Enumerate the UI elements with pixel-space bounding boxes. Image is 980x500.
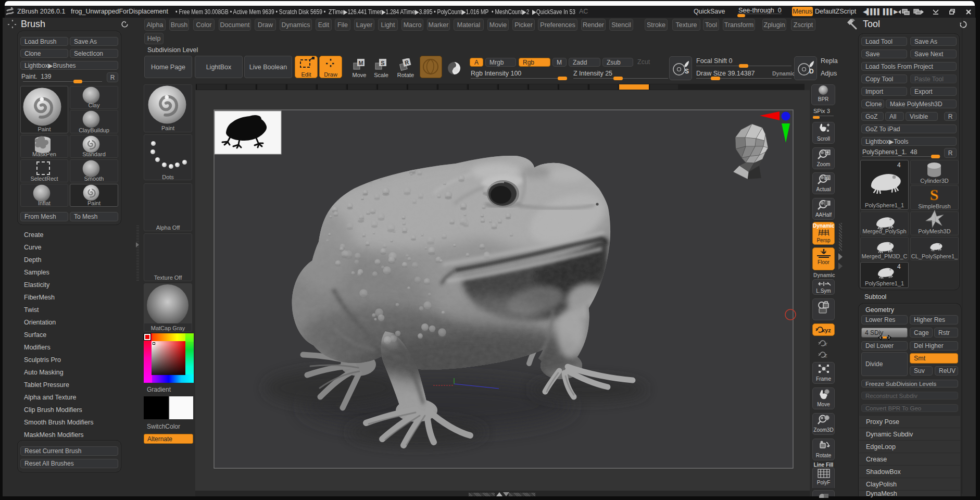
svg-text:x1: x1: [825, 176, 830, 180]
svg-text:M: M: [358, 60, 363, 66]
svg-text:S: S: [930, 186, 939, 203]
svg-text:xyz: xyz: [822, 327, 831, 333]
svg-text:Y: Y: [824, 342, 827, 347]
svg-text:S: S: [685, 68, 689, 75]
svg-text:D: D: [809, 68, 814, 75]
svg-text:Z: Z: [824, 353, 827, 358]
svg-text:x y z: x y z: [820, 249, 826, 253]
svg-text:S: S: [381, 60, 384, 66]
